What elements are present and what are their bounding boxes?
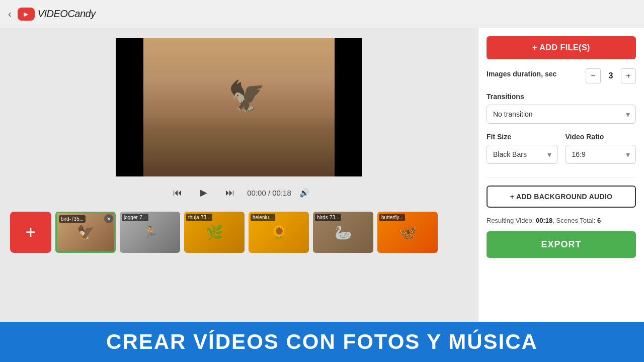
- clip-3[interactable]: 🌿 thuja-73...: [184, 212, 245, 253]
- duration-plus-button[interactable]: +: [621, 68, 636, 83]
- add-files-button[interactable]: + ADD FILE(S): [487, 36, 636, 59]
- main-layout: 🦅 ⏮ ▶ ⏭ 00:00 / 00:18 🔊 + 🦅 bird-735...: [0, 28, 644, 322]
- transitions-section: Transitions No transition Fade Slide Zoo…: [487, 93, 636, 124]
- transitions-select[interactable]: No transition Fade Slide Zoom: [487, 105, 636, 124]
- video-inner: 🦅: [143, 38, 335, 176]
- duration-minus-button[interactable]: −: [586, 68, 601, 83]
- duration-label: Images duration, sec: [487, 70, 556, 78]
- resulting-duration: 00:18: [536, 217, 552, 224]
- fitsize-label: Fit Size: [487, 133, 557, 141]
- header: ‹ VIDEOCandy: [0, 0, 644, 28]
- logo-text: VIDEOCandy: [38, 8, 96, 20]
- clip-4[interactable]: 🌻 heleniu...: [249, 212, 309, 253]
- clip-1-close[interactable]: ✕: [104, 214, 113, 223]
- time-display: 00:00 / 00:18: [247, 189, 291, 197]
- video-field: [143, 116, 335, 176]
- transitions-label: Transitions: [487, 93, 636, 101]
- video-controls: ⏮ ▶ ⏭ 00:00 / 00:18 🔊: [169, 184, 309, 202]
- export-button[interactable]: EXPORT: [487, 231, 636, 258]
- clip-2-label: jogger-7...: [122, 214, 148, 221]
- clip-6[interactable]: 🦋 butterfly...: [377, 212, 438, 253]
- logo: VIDEOCandy: [18, 8, 96, 21]
- right-panel: + ADD FILE(S) Images duration, sec − 3 +…: [478, 28, 644, 322]
- ratio-select-wrapper: 16:9 9:16 1:1 4:3 ▾: [566, 145, 636, 164]
- black-bar-right: [335, 38, 362, 176]
- ratio-col: Video Ratio 16:9 9:16 1:1 4:3 ▾: [566, 133, 636, 164]
- center-area: 🦅 ⏮ ▶ ⏭ 00:00 / 00:18 🔊 + 🦅 bird-735...: [0, 28, 478, 322]
- video-bird: 🦅: [228, 78, 266, 114]
- clip-3-label: thuja-73...: [186, 214, 212, 221]
- clip-1[interactable]: 🦅 bird-735... ✕: [55, 212, 116, 253]
- fitsize-select[interactable]: Black Bars Stretch Crop: [487, 145, 557, 164]
- clip-4-label: heleniu...: [251, 214, 275, 221]
- back-button[interactable]: ‹: [8, 8, 12, 20]
- add-clip-icon: +: [25, 222, 36, 243]
- banner: CREAR VÍDEOS CON FOTOS Y MÚSICA: [0, 322, 644, 362]
- clip-5[interactable]: 🦢 birds-73...: [313, 212, 373, 253]
- clip-1-label: bird-735...: [59, 215, 86, 223]
- banner-text: CREAR VÍDEOS CON FOTOS Y MÚSICA: [106, 330, 538, 354]
- black-bar-left: [116, 38, 143, 176]
- ratio-label: Video Ratio: [566, 133, 636, 141]
- clip-2[interactable]: 🏃 jogger-7...: [120, 212, 180, 253]
- clip-5-label: birds-73...: [315, 214, 341, 221]
- logo-icon: [18, 8, 35, 21]
- scenes-count: 6: [597, 217, 601, 224]
- fitsize-col: Fit Size Black Bars Stretch Crop ▾: [487, 133, 557, 164]
- filmstrip: + 🦅 bird-735... ✕ 🏃 jogger-7... 🌿 thuja-…: [0, 212, 478, 253]
- next-button[interactable]: ⏭: [221, 184, 239, 202]
- duration-control: − 3 +: [586, 68, 636, 83]
- fitsize-select-wrapper: Black Bars Stretch Crop ▾: [487, 145, 557, 164]
- play-button[interactable]: ▶: [195, 184, 213, 202]
- add-clip-button[interactable]: +: [10, 212, 51, 253]
- add-audio-button[interactable]: + ADD BACKGROUND AUDIO: [487, 186, 636, 208]
- duration-row: Images duration, sec − 3 +: [487, 68, 636, 83]
- prev-button[interactable]: ⏮: [169, 184, 187, 202]
- clip-6-label: butterfly...: [379, 214, 405, 221]
- fitsize-ratio-row: Fit Size Black Bars Stretch Crop ▾ Video…: [487, 133, 636, 164]
- transitions-select-wrapper: No transition Fade Slide Zoom ▾: [487, 105, 636, 124]
- duration-value: 3: [605, 71, 617, 80]
- ratio-select[interactable]: 16:9 9:16 1:1 4:3: [566, 145, 636, 164]
- video-preview: 🦅: [116, 38, 362, 176]
- divider: [487, 177, 636, 177]
- volume-button[interactable]: 🔊: [299, 188, 309, 198]
- resulting-info: Resulting Video: 00:18, Scenes Total: 6: [487, 217, 636, 224]
